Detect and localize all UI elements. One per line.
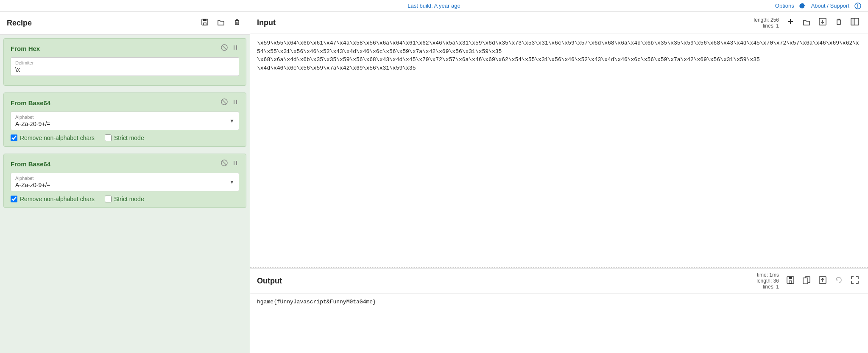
output-time-value: 1ms xyxy=(769,272,779,278)
dropdown-arrow-1: ▼ xyxy=(229,118,234,124)
open-recipe-button[interactable] xyxy=(215,17,227,29)
input-split-button[interactable] xyxy=(848,16,861,29)
svg-rect-30 xyxy=(789,281,792,283)
svg-line-13 xyxy=(222,100,226,104)
remove-nonalpha-1[interactable]: Remove non-alphabet chars xyxy=(11,134,95,141)
input-lines-label: lines: xyxy=(763,23,775,29)
from-base64-block-2: From Base64 xyxy=(3,154,246,208)
svg-rect-3 xyxy=(203,19,207,21)
from-base64-block-1: From Base64 xyxy=(3,92,246,147)
remove-nonalpha-checkbox-2[interactable] xyxy=(11,196,17,202)
input-meta: length: 256 lines: 1 xyxy=(754,17,779,29)
delimiter-field: Delimiter \x xyxy=(11,57,239,76)
output-meta: time: 1ms length: 36 lines: 1 xyxy=(756,272,779,290)
input-length-value: 256 xyxy=(770,17,779,23)
strict-mode-1[interactable]: Strict mode xyxy=(105,134,144,141)
output-time-label: time: xyxy=(757,272,768,278)
checkbox-row-1: Remove non-alphabet chars Strict mode xyxy=(11,134,239,141)
delete-recipe-button[interactable] xyxy=(231,17,243,29)
from-hex-controls xyxy=(220,44,239,53)
output-export-button[interactable] xyxy=(816,275,829,288)
from-hex-title: From Hex xyxy=(11,45,40,52)
alphabet-label-2: Alphabet xyxy=(15,176,229,181)
delimiter-value[interactable]: \x xyxy=(15,66,234,73)
output-actions xyxy=(784,275,861,288)
left-panel: Recipe xyxy=(0,12,250,353)
from-base64-2-header: From Base64 xyxy=(11,159,239,168)
from-base64-2-pause-button[interactable] xyxy=(232,159,239,168)
output-section: Output time: 1ms length: 36 lines: 1 xyxy=(250,268,868,353)
input-open-button[interactable] xyxy=(800,16,813,29)
from-base64-1-header: From Base64 xyxy=(11,98,239,107)
save-recipe-button[interactable] xyxy=(199,17,211,29)
output-content: hgame{fUnnyJavascript&FunnyM0taG4me} xyxy=(250,294,868,353)
strict-mode-label-1: Strict mode xyxy=(114,134,144,141)
recipe-title: Recipe xyxy=(7,19,32,28)
output-lines-label: lines: xyxy=(763,284,775,290)
strict-mode-2[interactable]: Strict mode xyxy=(105,196,144,202)
input-delete-button[interactable] xyxy=(832,16,845,29)
svg-rect-27 xyxy=(851,18,855,25)
build-info: Last build: A year ago xyxy=(407,3,460,9)
svg-rect-29 xyxy=(789,277,792,279)
from-base64-1-pause-button[interactable] xyxy=(232,98,239,107)
alphabet-dropdown-1[interactable]: Alphabet A-Za-z0-9+/= ▼ xyxy=(11,112,239,130)
alphabet-value-1: A-Za-z0-9+/= xyxy=(15,120,229,127)
svg-line-17 xyxy=(222,161,226,165)
gear-icon xyxy=(799,3,806,9)
svg-rect-4 xyxy=(204,23,206,25)
output-length-label: length: xyxy=(756,278,772,284)
from-base64-1-disable-button[interactable] xyxy=(220,98,228,107)
main-layout: Recipe xyxy=(0,12,868,353)
strict-mode-label-2: Strict mode xyxy=(114,196,144,202)
input-add-button[interactable] xyxy=(784,16,797,29)
input-actions xyxy=(784,16,861,29)
checkbox-row-2: Remove non-alphabet chars Strict mode xyxy=(11,196,239,202)
svg-line-9 xyxy=(222,45,226,50)
output-copy-button[interactable] xyxy=(800,275,813,288)
from-base64-1-title: From Base64 xyxy=(11,99,50,106)
output-save-button[interactable] xyxy=(784,275,797,288)
from-hex-header: From Hex xyxy=(11,44,239,53)
alphabet-dropdown-2[interactable]: Alphabet A-Za-z0-9+/= ▼ xyxy=(11,173,239,191)
strict-mode-checkbox-1[interactable] xyxy=(105,134,112,141)
from-hex-pause-button[interactable] xyxy=(232,44,239,53)
output-length-value: 36 xyxy=(773,278,779,284)
input-section: Input length: 256 lines: 1 xyxy=(250,12,868,268)
strict-mode-checkbox-2[interactable] xyxy=(105,196,112,202)
from-base64-2-controls xyxy=(220,159,239,168)
output-title: Output xyxy=(257,277,282,286)
dropdown-arrow-2: ▼ xyxy=(229,179,234,185)
recipe-icons xyxy=(199,17,243,29)
output-text: hgame{fUnnyJavascript&FunnyM0taG4me} xyxy=(257,299,376,305)
top-bar: Last build: A year ago Options About / S… xyxy=(0,0,868,12)
input-import-button[interactable] xyxy=(816,16,829,29)
from-hex-disable-button[interactable] xyxy=(220,44,228,53)
from-base64-2-title: From Base64 xyxy=(11,160,50,168)
about-link[interactable]: About / Support xyxy=(811,3,849,9)
options-link[interactable]: Options xyxy=(775,3,794,9)
output-lines-value: 1 xyxy=(776,284,779,290)
from-hex-block: From Hex xyxy=(3,38,246,86)
input-content[interactable]: \x59\x55\x64\x6b\x61\x47\x4a\x58\x56\x6a… xyxy=(250,34,868,267)
output-undo-button[interactable] xyxy=(832,275,845,288)
input-length-label: length: xyxy=(754,17,769,23)
remove-nonalpha-label-2: Remove non-alphabet chars xyxy=(20,196,95,202)
from-base64-1-controls xyxy=(220,98,239,107)
right-panel: Input length: 256 lines: 1 xyxy=(250,12,868,353)
input-lines-value: 1 xyxy=(776,23,779,29)
svg-rect-32 xyxy=(803,278,808,284)
remove-nonalpha-checkbox-1[interactable] xyxy=(11,134,17,141)
info-icon: i xyxy=(854,3,861,9)
output-fullscreen-button[interactable] xyxy=(848,275,861,288)
remove-nonalpha-2[interactable]: Remove non-alphabet chars xyxy=(11,196,95,202)
alphabet-value-2: A-Za-z0-9+/= xyxy=(15,182,229,188)
delimiter-label: Delimiter xyxy=(15,60,234,65)
alphabet-label-1: Alphabet xyxy=(15,115,229,120)
remove-nonalpha-label-1: Remove non-alphabet chars xyxy=(20,134,95,141)
svg-rect-24 xyxy=(837,20,840,25)
output-header: Output time: 1ms length: 36 lines: 1 xyxy=(250,268,868,294)
from-base64-2-disable-button[interactable] xyxy=(220,159,228,168)
recipe-header: Recipe xyxy=(0,12,250,35)
svg-text:i: i xyxy=(857,4,859,8)
